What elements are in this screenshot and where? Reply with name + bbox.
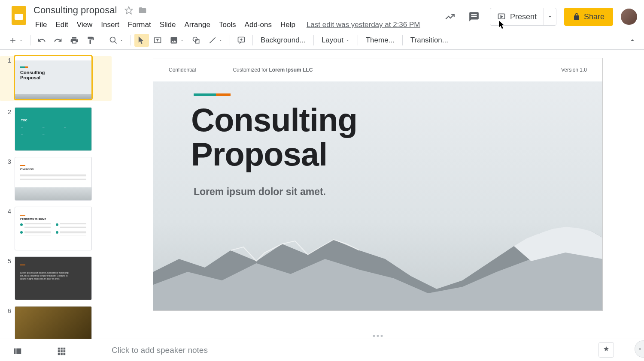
svg-rect-24 <box>64 353 66 355</box>
folder-icon[interactable] <box>138 6 147 15</box>
slide-body: ConsultingProposal Lorem ipsum dolor sit… <box>153 81 602 310</box>
separator <box>252 35 253 45</box>
line-tool[interactable] <box>205 33 226 47</box>
add-comment-button[interactable] <box>234 33 249 47</box>
select-tool[interactable] <box>134 34 149 47</box>
canvas-area[interactable]: Confidential Customized for Lorem Ipsum … <box>112 50 644 339</box>
slide-thumb-4[interactable]: 4 Problems to solve <box>4 207 107 250</box>
undo-button[interactable] <box>34 33 49 47</box>
menu-help[interactable]: Help <box>276 19 300 31</box>
textbox-tool[interactable] <box>150 33 165 47</box>
menu-arrange[interactable]: Arrange <box>180 19 214 31</box>
slide-header-version: Version 1.0 <box>561 67 587 73</box>
present-button[interactable]: Present <box>490 8 544 25</box>
svg-rect-21 <box>64 350 66 352</box>
slide-header: Confidential Customized for Lorem Ipsum … <box>153 58 602 81</box>
speaker-notes[interactable]: Click to add speaker notes <box>0 339 644 361</box>
chevron-down-icon <box>219 38 223 42</box>
header-right: Present Share <box>442 3 637 26</box>
separator <box>102 35 102 45</box>
activity-icon[interactable] <box>442 9 458 25</box>
theme-button[interactable]: Theme... <box>361 33 399 47</box>
slide-header-customized: Customized for Lorem Ipsum LLC <box>233 67 313 73</box>
comments-icon[interactable] <box>466 9 482 25</box>
svg-marker-0 <box>125 7 133 14</box>
background-button[interactable]: Background... <box>256 33 310 47</box>
paint-format-button[interactable] <box>83 33 98 47</box>
slide-header-confidential: Confidential <box>169 67 196 73</box>
app-header: Consulting proposal File Edit View Inser… <box>0 0 644 31</box>
zoom-button[interactable] <box>106 33 127 47</box>
menu-insert[interactable]: Insert <box>97 19 124 31</box>
explore-button[interactable] <box>598 342 614 358</box>
toolbar: Background... Layout Theme... Transition… <box>0 31 644 50</box>
redo-button[interactable] <box>50 33 66 47</box>
svg-rect-23 <box>61 353 63 355</box>
menu-slide[interactable]: Slide <box>155 19 180 31</box>
chevron-down-icon <box>119 38 124 42</box>
lock-icon <box>573 13 580 21</box>
svg-rect-19 <box>58 350 60 352</box>
svg-line-4 <box>115 41 117 43</box>
svg-rect-20 <box>61 350 63 352</box>
slide-thumb-2[interactable]: 2 TOC ──────────────── <box>4 107 107 151</box>
shape-tool[interactable] <box>188 33 204 47</box>
slide-canvas[interactable]: Confidential Customized for Lorem Ipsum … <box>153 58 602 310</box>
menu-format[interactable]: Format <box>124 19 155 31</box>
svg-rect-15 <box>16 349 21 354</box>
separator <box>313 35 314 45</box>
layout-button[interactable]: Layout <box>317 33 354 47</box>
grid-view-icon[interactable] <box>57 346 66 356</box>
title-row: Consulting proposal <box>31 3 442 17</box>
slide-thumb-5[interactable]: 5 Lorem ipsum dolor sit amet, consectetu… <box>4 256 107 300</box>
mountain-graphic <box>153 220 602 310</box>
svg-rect-22 <box>58 353 60 355</box>
menu-file[interactable]: File <box>31 19 51 31</box>
svg-point-3 <box>110 37 115 42</box>
slide-subtitle[interactable]: Lorem ipsum dolor sit amet. <box>194 186 326 198</box>
slide-thumb-3[interactable]: 3 Overview <box>4 157 107 201</box>
document-title[interactable]: Consulting proposal <box>31 4 119 17</box>
svg-marker-2 <box>501 16 502 18</box>
chevron-down-icon <box>19 38 23 42</box>
notes-resize-handle[interactable] <box>373 335 383 337</box>
new-slide-button[interactable] <box>5 33 27 47</box>
present-label: Present <box>510 12 537 21</box>
menu-tools[interactable]: Tools <box>215 19 240 31</box>
view-toggles <box>13 346 66 356</box>
last-edit-link[interactable]: Last edit was yesterday at 2:36 PM <box>302 19 425 31</box>
side-panel-toggle[interactable] <box>635 340 644 358</box>
present-dropdown[interactable] <box>544 8 556 25</box>
transition-button[interactable]: Transition... <box>406 33 453 47</box>
slide-thumb-1[interactable]: 1 Consulting Proposal <box>0 56 112 101</box>
user-avatar[interactable] <box>621 9 637 25</box>
separator <box>402 35 403 45</box>
separator <box>30 35 30 45</box>
svg-rect-16 <box>58 348 60 350</box>
separator <box>358 35 358 45</box>
chevron-down-icon <box>180 38 184 42</box>
image-tool[interactable] <box>166 33 188 47</box>
filmstrip-view-icon[interactable] <box>13 346 22 356</box>
filmstrip[interactable]: 1 Consulting Proposal 2 TOC ────────────… <box>0 50 112 339</box>
menu-addons[interactable]: Add-ons <box>240 19 276 31</box>
separator <box>230 35 230 45</box>
menu-edit[interactable]: Edit <box>51 19 72 31</box>
logo-area <box>7 3 31 25</box>
print-button[interactable] <box>67 33 82 47</box>
slides-logo-icon[interactable] <box>12 6 26 25</box>
svg-rect-14 <box>14 349 16 354</box>
svg-rect-17 <box>61 348 63 350</box>
slide-thumb-6[interactable]: 6 <box>4 306 107 339</box>
collapse-toolbar-icon[interactable] <box>626 34 639 47</box>
present-button-group: Present <box>490 8 556 26</box>
doc-area: Consulting proposal File Edit View Inser… <box>31 3 442 31</box>
notes-placeholder: Click to add speaker notes <box>112 346 208 355</box>
separator <box>131 35 131 45</box>
star-icon[interactable] <box>125 6 133 15</box>
slide-title[interactable]: ConsultingProposal <box>191 103 357 171</box>
svg-line-10 <box>210 37 215 43</box>
menu-view[interactable]: View <box>73 19 97 31</box>
svg-rect-18 <box>64 348 66 350</box>
share-button[interactable]: Share <box>564 8 613 26</box>
